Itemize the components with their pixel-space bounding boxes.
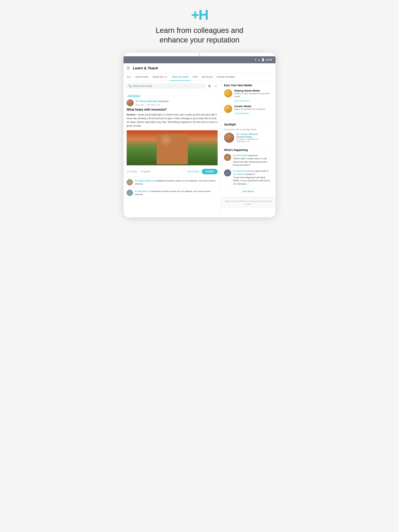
happening-text-2: Dr. Jason Hernandez agreed with Dr. Lyn … bbox=[233, 169, 272, 186]
spotlight-name[interactable]: Dr. Susan Rhoads bbox=[237, 133, 258, 136]
author-name[interactable]: Dr. Susan Mitchell bbox=[135, 100, 157, 103]
battery-icon: ▐▌ bbox=[261, 58, 265, 61]
app-bar-title: Learn & Teach bbox=[133, 66, 158, 70]
welcome-banner: Welcome back! Ready to help people aroun… bbox=[221, 197, 276, 208]
sidebar-panel: Earn Your Next Medal Helping Hands Medal… bbox=[221, 81, 276, 217]
comment-avatar-1 bbox=[127, 179, 133, 185]
happening-section: What's Happening Dr. Amy Smith answered … bbox=[221, 146, 276, 197]
add-icon[interactable]: ＋ bbox=[213, 83, 219, 89]
comment-text-1: Dr. Robert Whitman Vestibulum faucibus n… bbox=[135, 179, 218, 186]
search-input[interactable] bbox=[133, 84, 203, 88]
tab-peer-reviews[interactable]: PEER REVIEWS bbox=[170, 73, 191, 81]
curator-medal-icon bbox=[224, 105, 232, 113]
medal-desc-1: Answer 3 more questions to earn this med… bbox=[234, 92, 272, 98]
main-content: 🔍 ⚙ ＋ Peer review Dr. Sus bbox=[123, 81, 276, 217]
spotlight-subtitle: This week's Top Knowledge Editor bbox=[224, 128, 272, 131]
logo-icon: +H bbox=[191, 8, 208, 22]
post-card: Peer review Dr. Susan Mitchell answered … bbox=[123, 91, 221, 177]
status-time: 12:30 bbox=[266, 58, 272, 61]
add-answer-button[interactable]: Add Answer bbox=[187, 170, 200, 173]
notch-dot bbox=[199, 54, 200, 55]
post-body: Routine: I would avoid bright light 1 hr… bbox=[127, 113, 218, 128]
spotlight-person: Dr. Susan Rhoads General Surgery 10 year… bbox=[224, 133, 272, 143]
spotlight-info: Dr. Susan Rhoads General Surgery 10 year… bbox=[237, 133, 258, 143]
medal-item-2: Curator Medal Agree or comment on 5 answ… bbox=[224, 105, 272, 115]
medal-desc-2: Agree or comment on 5 answers bbox=[234, 108, 265, 111]
happening-avatar-1 bbox=[224, 154, 231, 161]
app-bar: ☰ Learn & Teach bbox=[123, 63, 276, 73]
author-city: Cleveland, OH bbox=[146, 104, 160, 106]
medal-item-1: Helping Hands Medal Answer 3 more questi… bbox=[224, 89, 272, 102]
tab-tips[interactable]: TIPS bbox=[191, 73, 200, 81]
tab-train-dr-ai[interactable]: TRAIN DR. A.I. bbox=[150, 73, 170, 81]
spotlight-location: Palo Alto, CA bbox=[237, 140, 258, 143]
comment-author-2[interactable]: Dr. Michael Lin bbox=[135, 190, 150, 192]
post-actions: 2 Answers · 5 Agrees Add Answer AGREE bbox=[127, 167, 218, 174]
app-header: +H Learn from colleagues and enhance you… bbox=[156, 8, 243, 45]
hamburger-menu-icon[interactable]: ☰ bbox=[127, 66, 130, 70]
spotlight-section: Spotlight This week's Top Knowledge Edit… bbox=[221, 120, 276, 146]
happening-author-2[interactable]: Dr. Jason Hernandez bbox=[233, 170, 254, 172]
see-more-button[interactable]: See More bbox=[224, 188, 272, 194]
spotlight-experience: 10 years of experience bbox=[237, 138, 258, 140]
happening-author-1[interactable]: Dr. Amy Smith bbox=[233, 154, 248, 157]
post-image bbox=[127, 130, 218, 165]
view-all-medals-1[interactable]: View All Medals bbox=[234, 100, 249, 102]
tab-articles[interactable]: ARTICLES bbox=[200, 73, 214, 81]
medal-name-2: Curator Medal bbox=[234, 105, 265, 108]
author-answered: answered bbox=[158, 100, 168, 103]
post-time: 3hrs ago bbox=[135, 104, 144, 106]
medal-section: Earn Your Next Medal Helping Hands Medal… bbox=[221, 81, 276, 120]
comment-text-2: Dr. Michael Lin Vestibulum faucibus nequ… bbox=[135, 190, 218, 196]
feed-panel: 🔍 ⚙ ＋ Peer review Dr. Sus bbox=[123, 81, 221, 217]
search-icon: 🔍 bbox=[128, 84, 131, 88]
post-meta: Dr. Susan Mitchell answered 3hrs ago · C… bbox=[127, 99, 218, 106]
helping-hands-medal-icon bbox=[224, 89, 232, 97]
search-input-wrap[interactable]: 🔍 bbox=[126, 83, 206, 89]
post-author-row: Dr. Susan Mitchell answered 3hrs ago · C… bbox=[127, 99, 168, 106]
spotlight-avatar bbox=[224, 133, 234, 143]
agree-button[interactable]: AGREE bbox=[202, 169, 218, 174]
view-all-medals-2[interactable]: View All Medals bbox=[234, 112, 249, 114]
author-avatar bbox=[127, 99, 134, 106]
happening-title: What's Happening bbox=[224, 148, 272, 152]
spotlight-title: Spotlight bbox=[224, 123, 272, 126]
post-more-icon[interactable]: ··· bbox=[215, 101, 218, 105]
status-bar: ▼ ▲ ▐▌ 12:30 bbox=[123, 56, 276, 63]
tab-all[interactable]: ALL bbox=[125, 73, 133, 81]
comment-item-2: Dr. Michael Lin Vestibulum faucibus nequ… bbox=[123, 188, 221, 198]
tabs-bar: ALL QUESTIONS TRAIN DR. A.I. PEER REVIEW… bbox=[123, 73, 276, 81]
post-tag: Peer review bbox=[127, 95, 141, 98]
answers-link[interactable]: 2 Answers bbox=[127, 170, 137, 173]
comment-author-1[interactable]: Dr. Robert Whitman bbox=[135, 180, 155, 182]
medal-info-2: Curator Medal Agree or comment on 5 answ… bbox=[234, 105, 265, 115]
device-frame: ▼ ▲ ▐▌ 12:30 ☰ Learn & Teach ALL QUESTIO… bbox=[123, 53, 276, 217]
happening-item-2: Dr. Jason Hernandez agreed with Dr. Lyn … bbox=[224, 169, 272, 186]
tab-grand-rounds[interactable]: GRAND ROUNDS bbox=[215, 73, 237, 81]
welcome-text: Welcome back! Ready to help people aroun… bbox=[224, 200, 272, 206]
happening-item-1: Dr. Amy Smith answered "Which water is b… bbox=[224, 154, 272, 167]
comment-avatar-2 bbox=[127, 190, 133, 196]
signal-icon: ▲ bbox=[258, 58, 260, 61]
medal-name-1: Helping Hands Medal bbox=[234, 89, 272, 92]
author-info: Dr. Susan Mitchell answered 3hrs ago · C… bbox=[135, 99, 168, 106]
happening-text-1: Dr. Amy Smith answered "Which water is b… bbox=[233, 154, 272, 167]
post-actions-left: 2 Answers · 5 Agrees bbox=[127, 170, 150, 173]
filter-icon[interactable]: ⚙ bbox=[207, 83, 212, 89]
post-title: What helps with insomnia? bbox=[127, 108, 218, 111]
happening-avatar-2 bbox=[224, 169, 231, 177]
wifi-icon: ▼ bbox=[254, 58, 257, 61]
agrees-count: · 5 Agrees bbox=[140, 170, 150, 173]
comment-item-1: Dr. Robert Whitman Vestibulum faucibus n… bbox=[123, 177, 221, 188]
medal-info-1: Helping Hands Medal Answer 3 more questi… bbox=[234, 89, 272, 102]
status-icons: ▼ ▲ ▐▌ 12:30 bbox=[254, 58, 272, 61]
spotlight-specialty: General Surgery bbox=[237, 136, 258, 138]
medals-title: Earn Your Next Medal bbox=[224, 84, 272, 87]
headline: Learn from colleagues and enhance your r… bbox=[156, 26, 243, 45]
search-bar: 🔍 ⚙ ＋ bbox=[123, 81, 221, 91]
tab-questions[interactable]: QUESTIONS bbox=[133, 73, 150, 81]
device-notch bbox=[123, 53, 276, 56]
